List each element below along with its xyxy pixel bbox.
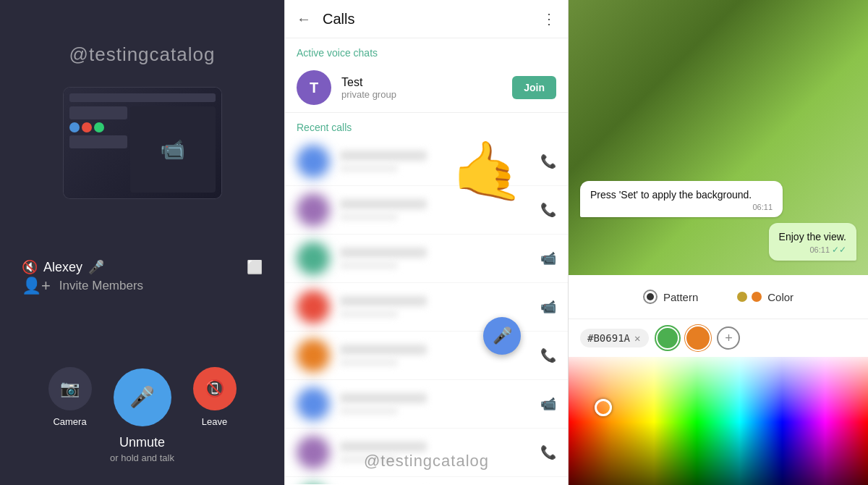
recent-call-avatar: [297, 290, 330, 324]
watermark-calls: @testingcatalog: [285, 452, 568, 471]
bubble-right-row: Enjoy the view. 06:11 ✓✓: [580, 223, 856, 261]
active-chat-avatar: T: [297, 70, 331, 105]
calls-header: ← Calls ⋮: [285, 0, 568, 38]
recent-call-name: [340, 296, 427, 306]
recent-call-info: [340, 296, 530, 318]
double-check-icon: ✓✓: [832, 245, 846, 255]
recent-call-name: [340, 151, 427, 161]
video-icon: 📹: [540, 299, 556, 315]
phone-icon: 📞: [540, 347, 556, 363]
recent-call-item[interactable]: 📞: [285, 477, 568, 484]
active-section-label: Active voice chats: [285, 38, 568, 63]
unmute-info: Unmute or hold and talk: [0, 435, 284, 463]
bubble-right-time: 06:11: [809, 245, 830, 254]
recent-call-avatar: [297, 339, 330, 372]
leave-button[interactable]: 📵 Leave: [193, 367, 237, 427]
color-label: Color: [767, 291, 793, 303]
phone-icon: 📞: [540, 202, 556, 218]
camera-label: Camera: [53, 416, 86, 427]
recent-call-item[interactable]: 📹: [285, 235, 568, 283]
recent-call-avatar: [297, 193, 330, 227]
phone-hangup-icon: 📵: [205, 379, 224, 398]
call-controls: 📷 Camera 🎤 📵 Leave: [0, 367, 284, 427]
recent-call-time: [340, 310, 398, 318]
phone-icon: 📞: [540, 153, 556, 169]
bubble-time-row: 06:11 ✓✓: [779, 245, 846, 255]
pattern-radio-dot: [647, 293, 654, 300]
color-gradient-picker[interactable]: [569, 357, 868, 485]
orange-color-dot[interactable]: [686, 326, 710, 350]
calls-body: Active voice chats T Test private group …: [285, 38, 568, 484]
leave-label: Leave: [202, 416, 227, 427]
color-button[interactable]: Color: [728, 287, 802, 308]
pattern-label: Pattern: [663, 291, 698, 303]
green-color-dot[interactable]: [656, 326, 679, 350]
recent-call-time: [340, 407, 398, 415]
bubble-left: Press 'Set' to apply the background. 06:…: [580, 181, 783, 217]
more-options-button[interactable]: ⋮: [542, 10, 556, 28]
color-swatches: [737, 292, 762, 302]
pattern-button[interactable]: Pattern: [634, 285, 707, 308]
recent-call-item[interactable]: 📞: [285, 186, 568, 235]
swatch-dark-yellow: [737, 292, 747, 302]
bubble-left-time: 06:11: [752, 203, 773, 211]
calls-list-panel: ← Calls ⋮ Active voice chats T Test priv…: [284, 0, 569, 485]
recent-call-info: [340, 199, 530, 221]
back-button[interactable]: ←: [297, 11, 311, 28]
recent-call-item[interactable]: 📞: [285, 332, 568, 380]
recent-call-info: [340, 248, 530, 269]
video-icon: 📹: [540, 396, 556, 412]
calls-title: Calls: [323, 11, 530, 28]
recent-call-avatar: [297, 387, 330, 421]
invite-members-row[interactable]: 👤+ Invite Members: [0, 268, 284, 304]
bg-toolbar: Pattern Color: [569, 275, 868, 319]
recent-call-avatar: [297, 145, 330, 178]
recent-call-item[interactable]: 📹: [285, 380, 568, 429]
add-person-icon: 👤+: [22, 277, 51, 295]
color-hex-row: #B0691A ✕ +: [569, 319, 868, 357]
recent-call-time: [340, 164, 398, 172]
hex-chip: #B0691A ✕: [580, 329, 649, 347]
recent-call-name: [340, 345, 427, 355]
bubble-right: Enjoy the view. 06:11 ✓✓: [769, 223, 856, 261]
invite-label: Invite Members: [59, 279, 143, 293]
voice-call-panel: @testingcatalog 📹 🔇: [0, 0, 284, 485]
color-cursor: [595, 399, 612, 416]
muted-mic-fab[interactable]: 🎤: [483, 317, 521, 355]
color-picker-panel: Press 'Set' to apply the background. 06:…: [569, 0, 868, 485]
swatch-orange: [752, 292, 762, 302]
bubble-left-text: Press 'Set' to apply the background.: [590, 189, 752, 201]
mute-btn-circle[interactable]: 🎤: [114, 368, 171, 426]
add-color-button[interactable]: +: [717, 326, 740, 350]
leave-btn-circle[interactable]: 📵: [193, 367, 237, 410]
bubble-right-text: Enjoy the view.: [779, 231, 846, 242]
video-icon: 📹: [540, 250, 556, 266]
recent-call-name: [340, 442, 427, 452]
recent-call-avatar: [297, 242, 330, 275]
unmute-sub-text: or hold and talk: [0, 452, 284, 463]
recent-call-item[interactable]: 📹: [285, 283, 568, 332]
hex-value: #B0691A: [587, 332, 630, 344]
active-chat-sub: private group: [341, 89, 502, 100]
active-chat-info: Test private group: [341, 76, 502, 100]
mute-button[interactable]: 🎤: [114, 368, 171, 426]
recent-call-name: [340, 199, 427, 209]
screen-preview: 📹: [63, 87, 222, 199]
recent-call-name: [340, 393, 427, 403]
chat-bubbles: Press 'Set' to apply the background. 06:…: [569, 181, 868, 261]
remove-color-button[interactable]: ✕: [634, 332, 640, 344]
recent-call-time: [340, 358, 398, 366]
watermark-call: @testingcatalog: [0, 43, 284, 66]
recent-call-time: [340, 261, 398, 269]
chat-background-preview: Press 'Set' to apply the background. 06:…: [569, 0, 868, 275]
active-chat-item[interactable]: T Test private group Join: [285, 63, 568, 113]
join-button[interactable]: Join: [512, 76, 556, 99]
mic-slash-icon: 🎤: [493, 326, 512, 345]
recent-section-label: Recent calls: [285, 113, 568, 138]
recent-call-name: [340, 248, 427, 258]
camera-btn-circle[interactable]: 📷: [48, 367, 92, 410]
recent-call-time: [340, 213, 398, 221]
camera-button[interactable]: 📷 Camera: [48, 367, 92, 427]
recent-call-info: [340, 393, 530, 415]
recent-call-item[interactable]: 📞: [285, 138, 568, 186]
